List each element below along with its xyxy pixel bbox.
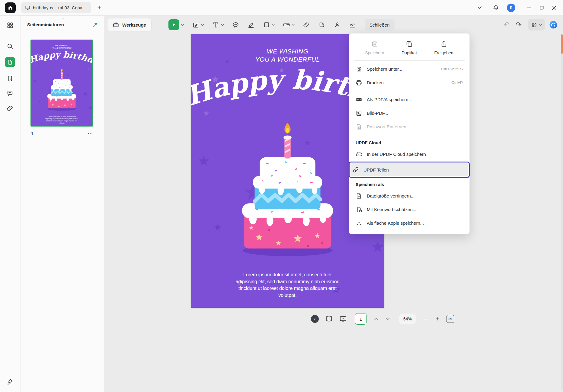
scrollbar-thumb[interactable] [561, 34, 563, 54]
home-icon [8, 5, 13, 11]
chevron-down-icon[interactable] [201, 24, 204, 26]
bookmarks-icon[interactable] [6, 74, 14, 82]
save-icon [531, 22, 537, 28]
signature-tool[interactable] [349, 21, 356, 28]
ellipsis-icon: ⋯ [59, 15, 65, 21]
menu-item-protect-password[interactable]: Mit Kennwort schützen... [354, 203, 465, 216]
chevron-down-icon[interactable] [181, 24, 184, 26]
minimize-button[interactable] [524, 3, 533, 12]
measure-tool[interactable] [283, 21, 295, 28]
text-tool[interactable] [212, 21, 224, 28]
plus-icon: + [98, 4, 101, 11]
presentation-mode-button[interactable] [339, 315, 347, 323]
vertical-scrollbar[interactable] [561, 34, 563, 390]
birthday-cake-illustration [43, 66, 81, 111]
notifications-bell-icon[interactable] [493, 5, 499, 11]
compress-file-icon [356, 193, 362, 199]
menu-item-cloud-save[interactable]: In der UPDF Cloud speichern [354, 147, 465, 161]
new-tab-button[interactable]: + [95, 4, 103, 12]
menu-item-updf-share[interactable]: UPDF Teilen [350, 163, 468, 176]
sticker-icon [318, 21, 325, 28]
quick-action-share[interactable]: Freigeben [431, 40, 457, 55]
tools-button[interactable]: Werkzeuge [107, 18, 152, 31]
chevron-down-icon[interactable] [272, 24, 275, 26]
search-icon[interactable] [6, 42, 14, 50]
monitor-icon [25, 5, 30, 10]
highlighter-tool[interactable] [248, 21, 255, 28]
text-icon [212, 21, 219, 28]
pen-tool-icon[interactable] [0, 378, 20, 385]
quick-action-save[interactable]: Speichern [362, 40, 388, 55]
pin-icon[interactable] [92, 21, 98, 27]
save-menu-button-active[interactable] [528, 19, 545, 31]
chevron-down-icon[interactable] [221, 24, 224, 26]
sign-tool[interactable] [334, 21, 341, 28]
menu-divider [354, 91, 465, 91]
menu-item-image-pdf[interactable]: Bild-PDF... [354, 106, 465, 120]
tab-title: birthday-ca...ral-03_Copy [33, 5, 82, 10]
menu-item-print[interactable]: Drucken... Ctrl+P [354, 76, 465, 89]
selection-tool-button-active[interactable] [168, 19, 179, 30]
actual-size-button[interactable]: 1:1 [446, 315, 454, 323]
signature-icon [349, 21, 356, 28]
printer-icon [356, 79, 362, 86]
comments-icon[interactable] [6, 89, 14, 98]
undo-button[interactable]: ↶ [504, 21, 510, 28]
attach-file-tool[interactable] [303, 21, 310, 28]
menu-divider [354, 135, 465, 135]
chevron-right-icon: › [314, 316, 315, 321]
card-heading: WE WISHING YOU A WONDERFUL [255, 47, 320, 64]
edit-icon [192, 21, 200, 28]
page-thumbnail-1[interactable]: WE WISHING YOU A WONDERFUL Happy birthda… [30, 40, 93, 127]
apps-grid-icon[interactable] [6, 21, 14, 29]
menu-item-save-as[interactable]: Speichern unter... Ctrl+Shift+S [354, 62, 465, 76]
minus-icon: − [424, 316, 428, 322]
save-icon [371, 40, 379, 48]
attachments-icon[interactable] [6, 104, 14, 113]
sticker-tool[interactable] [318, 21, 325, 28]
duplicate-icon [405, 40, 413, 48]
next-page-button[interactable] [385, 318, 390, 320]
page-thumbnails-tab-active[interactable] [5, 57, 15, 67]
redo-button[interactable]: ↷ [516, 21, 522, 28]
menu-item-remove-password[interactable]: Passwort Entfernen [354, 120, 465, 133]
thumbnail-more-button[interactable]: ⋯ [88, 130, 93, 137]
panel-handle[interactable]: ⋯ [21, 15, 104, 21]
close-window-button[interactable] [550, 3, 559, 12]
plus-icon: + [436, 316, 439, 322]
collapse-chevron-icon[interactable] [478, 6, 482, 9]
zoom-in-button[interactable]: + [436, 316, 439, 322]
user-avatar[interactable]: E [507, 4, 515, 12]
previous-page-button[interactable] [374, 318, 378, 320]
maximize-button[interactable] [537, 3, 546, 12]
shapes-tool[interactable] [263, 21, 275, 28]
home-button[interactable] [5, 2, 16, 13]
expand-panel-button[interactable]: › [311, 315, 319, 323]
zoom-out-button[interactable]: − [424, 316, 428, 322]
window-titlebar: birthday-ca...ral-03_Copy + E [0, 0, 563, 16]
lock-file-icon [356, 206, 362, 213]
card-body-text: Lorem ipsum dolor sit amet, consectetuer… [235, 272, 340, 299]
close-document-button[interactable]: Schließen [365, 19, 395, 31]
save-as-icon [356, 66, 362, 72]
ruler-icon [283, 21, 290, 28]
thumbnail-page-number: 1 [31, 131, 34, 136]
menu-item-reduce-file-size[interactable]: Dateigröße verringern... [354, 189, 465, 203]
document-tab[interactable]: birthday-ca...ral-03_Copy [21, 2, 91, 13]
menu-item-save-pdfa[interactable]: PDF/A Als PDF/A speichern... [354, 93, 465, 106]
toolbox-icon [113, 21, 119, 28]
page-number-input[interactable]: 1 [355, 313, 367, 325]
quick-action-duplicate[interactable]: Duplikat [396, 40, 422, 55]
comment-tool[interactable] [232, 21, 239, 28]
cursor-arrow-icon [171, 22, 177, 28]
menu-item-flatten-copy[interactable]: Als flache Kopie speichern... [354, 216, 465, 230]
chevron-down-icon[interactable] [292, 24, 295, 26]
updf-ai-logo-icon[interactable] [549, 21, 558, 29]
zoom-level-dropdown[interactable]: 64% [399, 314, 416, 324]
edit-pdf-tool[interactable] [192, 21, 204, 28]
shortcut-label: Ctrl+Shift+S [441, 67, 463, 71]
reader-mode-button[interactable] [325, 315, 333, 323]
pdfa-badge-icon: PDF/A [356, 96, 362, 103]
page-thumbnails-icon [7, 59, 13, 65]
thumbnail-caption: 1 ⋯ [30, 130, 93, 137]
